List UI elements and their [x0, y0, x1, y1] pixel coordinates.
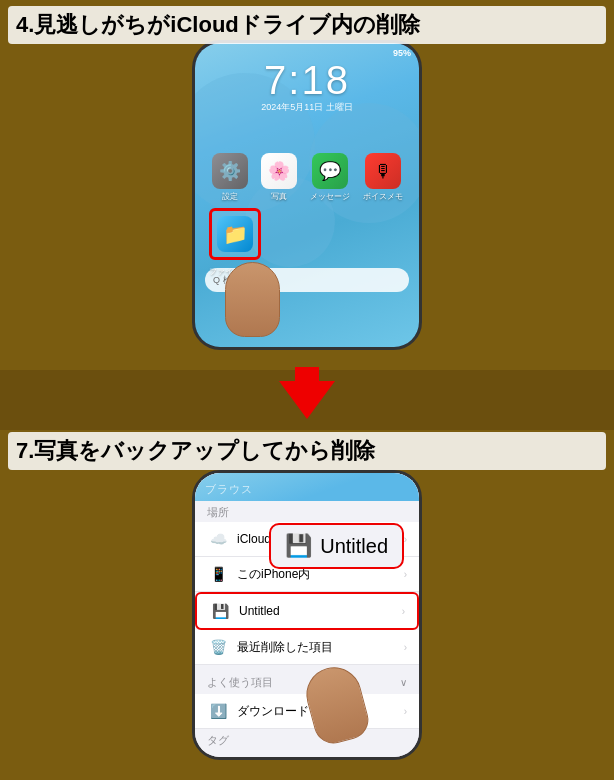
untitled-badge: 💾 Untitled	[269, 523, 404, 569]
messages-app[interactable]: 💬 メッセージ	[310, 153, 350, 202]
messages-icon: 💬	[312, 153, 348, 189]
phone-top: 95% 7:18 2024年5月11日 土曜日 ⚙️ 設定 🌸 写真 💬 メッセ…	[192, 40, 422, 350]
arrow-section	[0, 370, 614, 430]
voicememo-label: ボイスメモ	[363, 191, 403, 202]
photos-label: 写真	[271, 191, 287, 202]
iphone-icon: 📱	[207, 563, 229, 585]
chevron-right-icon-2: ›	[404, 569, 407, 580]
phone-screen-bottom: ブラウス 場所 ☁️ iCloud Drive › 📱 このiPhone内 › …	[195, 473, 419, 757]
chevron-right-icon: ›	[404, 534, 407, 545]
location-section-label: 場所	[195, 501, 419, 522]
voicememo-icon: 🎙	[365, 153, 401, 189]
settings-app[interactable]: ⚙️ 設定	[212, 153, 248, 202]
untitled-badge-text: Untitled	[320, 535, 388, 558]
untitled-location-label: Untitled	[239, 604, 402, 618]
clock-display: 7:18 2024年5月11日 土曜日	[261, 58, 353, 114]
app-icons-row: ⚙️ 設定 🌸 写真 💬 メッセージ 🎙 ボイスメモ	[195, 153, 419, 202]
clock-date: 2024年5月11日 土曜日	[261, 101, 353, 114]
freq-chevron-icon: ∨	[400, 677, 407, 688]
files-partial-top: ブラウス	[195, 473, 419, 501]
chevron-right-icon-5: ›	[404, 706, 407, 717]
clock-time: 7:18	[261, 58, 353, 103]
files-ui: ブラウス 場所 ☁️ iCloud Drive › 📱 このiPhone内 › …	[195, 473, 419, 757]
recently-deleted-item[interactable]: 🗑️ 最近削除した項目 ›	[195, 630, 419, 665]
files-icon: 📁	[217, 216, 253, 252]
chevron-right-icon-4: ›	[404, 642, 407, 653]
tags-section: タグ	[195, 729, 419, 752]
download-icon: ⬇️	[207, 700, 229, 722]
settings-icon: ⚙️	[212, 153, 248, 189]
untitled-badge-icon: 💾	[285, 533, 312, 559]
phone-bottom: ブラウス 場所 ☁️ iCloud Drive › 📱 このiPhone内 › …	[192, 470, 422, 760]
photos-app[interactable]: 🌸 写真	[261, 153, 297, 202]
chevron-right-icon-3: ›	[402, 606, 405, 617]
freq-label: よく使う項目	[207, 675, 273, 690]
recently-deleted-label: 最近削除した項目	[237, 639, 404, 656]
trash-icon: 🗑️	[207, 636, 229, 658]
battery-indicator: 95%	[393, 48, 411, 58]
untitled-drive-icon: 💾	[209, 600, 231, 622]
phone-screen-top: 95% 7:18 2024年5月11日 土曜日 ⚙️ 設定 🌸 写真 💬 メッセ…	[195, 43, 419, 347]
messages-label: メッセージ	[310, 191, 350, 202]
bottom-annotation: 7.写真をバックアップしてから削除	[8, 432, 606, 470]
top-annotation: 4.見逃しがちがiCloudドライブ内の削除	[8, 6, 606, 44]
settings-label: 設定	[222, 191, 238, 202]
partial-text: ブラウス	[205, 482, 253, 497]
voicememo-app[interactable]: 🎙 ボイスメモ	[363, 153, 403, 202]
down-arrow-icon	[279, 381, 335, 419]
files-icon-box: 📁	[209, 208, 261, 260]
icloud-icon: ☁️	[207, 528, 229, 550]
untitled-location-item[interactable]: 💾 Untitled ›	[195, 592, 419, 630]
photos-icon: 🌸	[261, 153, 297, 189]
finger-illustration-top	[225, 262, 280, 337]
